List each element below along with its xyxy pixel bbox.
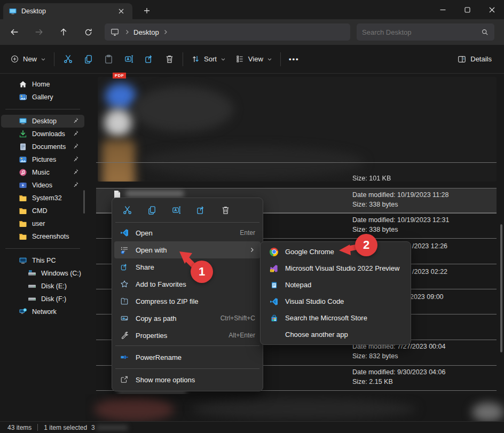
up-button[interactable] (54, 23, 73, 41)
menu-item-open-with[interactable]: Open with (114, 241, 261, 258)
navigation-bar: Desktop (0, 19, 504, 45)
back-button[interactable] (5, 23, 23, 41)
file-row-size: Size: 832 bytes (352, 352, 398, 360)
drive-icon (28, 295, 36, 303)
details-pane-button[interactable]: Details (452, 50, 497, 68)
sidebar-item-cmd[interactable]: CMD (1, 204, 84, 217)
open-with-icon (120, 246, 129, 255)
sidebar-item-home[interactable]: Home (1, 78, 84, 91)
forward-button[interactable] (30, 23, 48, 41)
item-count: 43 items (7, 424, 32, 431)
breadcrumb-desktop[interactable]: Desktop (133, 28, 159, 36)
blurred-file-previews (98, 77, 497, 182)
sidebar-item-windows-c[interactable]: Windows (C:) (1, 267, 84, 280)
sidebar-item-screenshots[interactable]: Screenshots (1, 230, 84, 243)
sidebar-item-documents[interactable]: Documents (1, 140, 84, 153)
search-box[interactable] (357, 23, 494, 41)
delete-button[interactable] (159, 50, 179, 68)
menu-item-powerrename[interactable]: PowerRename (114, 348, 261, 367)
sidebar-item-desktop[interactable]: Desktop (1, 115, 84, 128)
submenu-item-search-microsoft-store[interactable]: Search the Microsoft Store (263, 310, 408, 326)
share-icon[interactable] (191, 202, 210, 217)
share-button[interactable] (139, 50, 159, 68)
menu-item-copy-as-path[interactable]: Copy as path Ctrl+Shift+C (114, 310, 261, 327)
vscode-icon (120, 229, 129, 237)
submenu-chevron-icon (249, 247, 255, 253)
pin-icon (72, 155, 79, 162)
submenu-item-visual-studio-code[interactable]: Visual Studio Code (263, 293, 408, 310)
wrench-icon (120, 331, 129, 340)
more-options-icon[interactable]: ••• (284, 50, 304, 68)
separator (115, 222, 259, 223)
sidebar-scrollbar[interactable] (83, 190, 85, 214)
new-button[interactable]: New (5, 50, 51, 68)
videos-icon (19, 181, 27, 190)
minimize-button[interactable] (430, 0, 455, 19)
command-bar: New Sort View (0, 45, 504, 74)
search-input[interactable] (362, 28, 481, 36)
file-row-date-fragment: /2023 12:26 (412, 242, 447, 250)
sort-button[interactable]: Sort (186, 50, 231, 68)
powerrename-icon (120, 353, 129, 361)
pin-icon (72, 181, 79, 188)
view-button[interactable]: View (231, 50, 277, 68)
pictures-icon (19, 155, 27, 164)
sidebar-item-network[interactable]: Network (1, 305, 84, 318)
sidebar-item-gallery[interactable]: Gallery (1, 91, 84, 104)
submenu-item-google-chrome[interactable]: Google Chrome (263, 243, 408, 260)
sidebar-item-music[interactable]: Music (1, 166, 84, 179)
sidebar-item-user[interactable]: user (1, 217, 84, 230)
submenu-item-visual-studio-2022[interactable]: Microsoft Visual Studio 2022 Preview (263, 260, 408, 277)
refresh-button[interactable] (79, 23, 97, 41)
desktop-monitor-icon (110, 27, 120, 37)
desktop-icon (19, 117, 27, 125)
search-icon[interactable] (481, 28, 489, 36)
paste-button[interactable] (98, 50, 119, 68)
new-tab-button[interactable] (140, 4, 154, 17)
file-row-date: Date modified: 9/30/2023 04:06 (352, 368, 445, 376)
separator (183, 52, 183, 66)
selection-size-partial: 3 (91, 424, 95, 431)
maximize-button[interactable] (455, 0, 479, 19)
sidebar-item-system32[interactable]: System32 (1, 192, 84, 204)
sidebar-item-disk-f[interactable]: Disk (F:) (1, 293, 84, 305)
file-row-size: Size: 338 bytes (352, 201, 398, 208)
copy-button[interactable] (78, 50, 98, 68)
tab-desktop[interactable]: Desktop (3, 3, 132, 19)
menu-item-show-more-options[interactable]: Show more options (114, 371, 261, 389)
zip-folder-icon (120, 297, 129, 305)
selection-count: 1 item selected (44, 424, 87, 431)
sidebar-item-disk-e[interactable]: Disk (E:) (1, 280, 84, 293)
submenu-item-choose-another-app[interactable]: Choose another app (263, 326, 408, 343)
tab-bar: Desktop (0, 0, 504, 19)
vertical-scrollbar[interactable] (500, 224, 502, 352)
home-icon (19, 80, 27, 89)
close-button[interactable] (479, 0, 504, 19)
documents-icon (19, 143, 27, 151)
menu-item-open[interactable]: Open Enter (114, 224, 261, 241)
view-label: View (248, 55, 263, 63)
menu-item-share[interactable]: Share (114, 258, 261, 275)
gallery-icon (19, 93, 27, 101)
tab-close-icon[interactable] (115, 5, 127, 17)
breadcrumb[interactable]: Desktop (105, 23, 350, 41)
rename-button[interactable] (119, 50, 139, 68)
copy-icon[interactable] (142, 202, 161, 217)
window-controls (430, 0, 504, 19)
file-explorer-window: Desktop (0, 0, 504, 433)
sidebar-item-this-pc[interactable]: This PC (1, 254, 84, 267)
menu-item-properties[interactable]: Properties Alt+Enter (114, 327, 261, 344)
separator (5, 248, 80, 249)
sidebar-item-videos[interactable]: Videos (1, 179, 84, 192)
rename-icon[interactable] (167, 202, 186, 217)
pin-icon (72, 143, 79, 149)
submenu-item-notepad[interactable]: Notepad (263, 277, 408, 293)
cut-button[interactable] (58, 50, 78, 68)
menu-item-add-to-favorites[interactable]: Add to Favorites (114, 275, 261, 293)
cut-icon[interactable] (117, 202, 137, 217)
menu-item-compress-zip[interactable]: Compress to ZIP file (114, 293, 261, 310)
sidebar-item-downloads[interactable]: Downloads (1, 128, 84, 140)
sidebar-item-pictures[interactable]: Pictures (1, 153, 84, 166)
delete-icon[interactable] (216, 202, 235, 217)
row-divider (96, 162, 497, 163)
